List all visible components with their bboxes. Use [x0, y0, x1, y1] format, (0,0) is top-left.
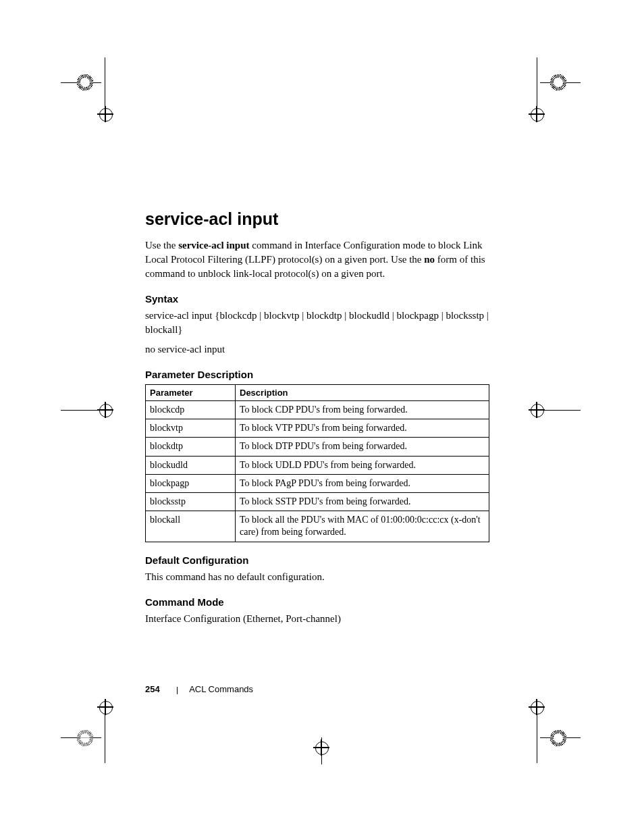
desc-cell: To block VTP PDU's from being forwarded.: [236, 419, 489, 438]
registration-mark-icon: [529, 106, 545, 122]
footer-separator: [177, 687, 178, 694]
desc-cell: To block PAgP PDU's from being forwarded…: [236, 474, 489, 492]
crop-mark-icon: [540, 410, 581, 411]
page-footer: 254 ACL Commands: [145, 684, 253, 695]
command-mode-heading: Command Mode: [145, 596, 489, 608]
crop-mark-icon: [537, 57, 537, 108]
table-header-row: Parameter Description: [146, 385, 489, 401]
table-row: blockpagp To block PAgP PDU's from being…: [146, 474, 489, 492]
intro-paragraph: Use the service-acl input command in Int…: [145, 238, 489, 281]
param-cell: blockall: [146, 511, 236, 542]
desc-cell: To block all the PDU's with MAC of 01:00…: [236, 511, 489, 542]
param-cell: blockpagp: [146, 474, 236, 492]
crop-mark-icon: [105, 712, 105, 763]
registration-mark-icon: [97, 402, 113, 418]
registration-mark-icon: [97, 699, 113, 715]
registration-star-icon: [76, 729, 94, 747]
default-config-heading: Default Configuration: [145, 554, 489, 566]
command-heading: service-acl input: [145, 209, 489, 229]
table-row: blockall To block all the PDU's with MAC…: [146, 511, 489, 542]
section-name: ACL Commands: [189, 684, 253, 694]
registration-star-icon: [549, 74, 567, 91]
command-mode-text: Interface Configuration (Ethernet, Port-…: [145, 612, 489, 626]
registration-mark-icon: [313, 739, 329, 756]
syntax-line-2: no service-acl input: [145, 342, 489, 357]
param-cell: blockdtp: [146, 438, 236, 456]
desc-cell: To block CDP PDU's from being forwarded.: [236, 401, 489, 419]
intro-bold-1: service-acl input: [178, 240, 249, 251]
syntax-line-1: service-acl input {blockcdp | blockvtp |…: [145, 309, 489, 337]
registration-mark-icon: [529, 402, 545, 418]
intro-bold-2: no: [424, 254, 435, 265]
desc-cell: To block SSTP PDU's from being forwarded…: [236, 492, 489, 511]
param-cell: blockudld: [146, 456, 236, 474]
param-cell: blocksstp: [146, 492, 236, 511]
param-cell: blockcdp: [146, 401, 236, 419]
intro-text-1: Use the: [145, 240, 178, 251]
crop-mark-icon: [105, 57, 105, 108]
col-header-description: Description: [236, 385, 489, 401]
registration-star-icon: [549, 729, 567, 747]
syntax-heading: Syntax: [145, 293, 489, 305]
default-config-text: This command has no default configuratio…: [145, 570, 489, 584]
table-row: blockudld To block UDLD PDU's from being…: [146, 456, 489, 474]
col-header-parameter: Parameter: [146, 385, 236, 401]
desc-cell: To block UDLD PDU's from being forwarded…: [236, 456, 489, 474]
registration-mark-icon: [529, 699, 545, 715]
crop-mark-icon: [61, 410, 101, 411]
table-row: blocksstp To block SSTP PDU's from being…: [146, 492, 489, 511]
table-row: blockdtp To block DTP PDU's from being f…: [146, 438, 489, 456]
desc-cell: To block DTP PDU's from being forwarded.: [236, 438, 489, 456]
page-content: service-acl input Use the service-acl in…: [145, 209, 489, 631]
parameter-description-heading: Parameter Description: [145, 369, 489, 380]
parameter-table: Parameter Description blockcdp To block …: [145, 384, 489, 542]
crop-mark-icon: [537, 712, 537, 763]
table-row: blockcdp To block CDP PDU's from being f…: [146, 401, 489, 419]
param-cell: blockvtp: [146, 419, 236, 438]
registration-mark-icon: [97, 106, 113, 122]
page-number: 254: [145, 684, 160, 694]
table-row: blockvtp To block VTP PDU's from being f…: [146, 419, 489, 438]
registration-star-icon: [76, 74, 94, 91]
